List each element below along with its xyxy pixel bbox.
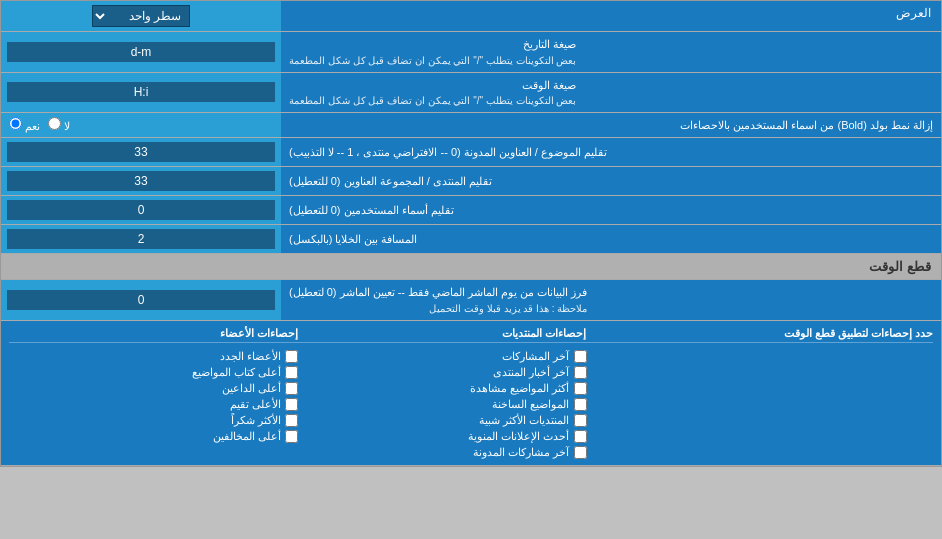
cell-spacing-input[interactable] [7, 229, 275, 249]
forum-order-input-area [1, 167, 281, 195]
checkbox-col-header-text: حدد إحصاءات لتطبيق قطع الوقت [587, 327, 934, 459]
username-trim-row: تقليم أسماء المستخدمين (0 للتعطيل) [1, 196, 941, 225]
bold-no-label: لا [48, 117, 70, 133]
date-format-row: صيغة التاريخ بعض التكوينات يتطلب "/" الت… [1, 32, 941, 73]
main-container: العرض سطر واحدمتعدد الأسطر صيغة التاريخ … [0, 0, 942, 467]
checkbox-member-5[interactable] [285, 414, 298, 427]
list-item: آخر مشاركات المدونة [298, 446, 587, 459]
cutoff-days-input-area [1, 280, 281, 320]
checkboxes-section: حدد إحصاءات لتطبيق قطع الوقت إحصاءات الم… [1, 321, 941, 466]
checkbox-forum-1[interactable] [574, 350, 587, 363]
bold-remove-row: إزالة نمط بولد (Bold) من اسماء المستخدمي… [1, 113, 941, 138]
list-item: أكثر المواضيع مشاهدة [298, 382, 587, 395]
checkbox-forum-5[interactable] [574, 414, 587, 427]
checkbox-member-2[interactable] [285, 366, 298, 379]
col2-header: إحصاءات المنتديات [298, 327, 587, 343]
date-format-input-area [1, 32, 281, 72]
checkboxes-grid: حدد إحصاءات لتطبيق قطع الوقت إحصاءات الم… [9, 327, 933, 459]
cell-spacing-input-area [1, 225, 281, 253]
date-format-label: صيغة التاريخ بعض التكوينات يتطلب "/" الت… [281, 32, 941, 72]
checkbox-member-4[interactable] [285, 398, 298, 411]
col3-header: إحصاءات الأعضاء [9, 327, 298, 343]
display-label: العرض [281, 1, 941, 31]
cell-spacing-row: المسافة بين الخلايا (بالبكسل) [1, 225, 941, 254]
checkboxes-main-header: حدد إحصاءات لتطبيق قطع الوقت [587, 327, 934, 343]
topic-order-row: تقليم الموضوع / العناوين المدونة (0 -- ا… [1, 138, 941, 167]
display-select[interactable]: سطر واحدمتعدد الأسطر [92, 5, 190, 27]
list-item: الأعلى تقيم [9, 398, 298, 411]
cell-spacing-label: المسافة بين الخلايا (بالبكسل) [281, 225, 941, 253]
display-input-area: سطر واحدمتعدد الأسطر [1, 1, 281, 31]
checkbox-member-6[interactable] [285, 430, 298, 443]
cutoff-days-input[interactable] [7, 290, 275, 310]
username-trim-input-area [1, 196, 281, 224]
list-item: آخر المشاركات [298, 350, 587, 363]
list-item: أحدث الإعلانات المنوية [298, 430, 587, 443]
checkbox-col-members: إحصاءات الأعضاء الأعضاء الجدد أعلى كتاب … [9, 327, 298, 459]
topic-order-input-area [1, 138, 281, 166]
cutoff-days-label: فرز البيانات من يوم الماشر الماضي فقط --… [281, 280, 941, 320]
forum-order-label: تقليم المنتدى / المجموعة العناوين (0 للت… [281, 167, 941, 195]
cutoff-days-row: فرز البيانات من يوم الماشر الماضي فقط --… [1, 280, 941, 321]
list-item: المنتديات الأكثر شبية [298, 414, 587, 427]
list-item: أعلى كتاب المواضيع [9, 366, 298, 379]
forum-order-input[interactable] [7, 171, 275, 191]
bold-remove-label: إزالة نمط بولد (Bold) من اسماء المستخدمي… [281, 115, 941, 136]
bold-yes-label: نعم [9, 117, 40, 133]
forum-order-row: تقليم المنتدى / المجموعة العناوين (0 للت… [1, 167, 941, 196]
checkbox-forum-4[interactable] [574, 398, 587, 411]
time-format-input[interactable] [7, 82, 275, 102]
list-item: الأكثر شكراً [9, 414, 298, 427]
list-item: آخر أخبار المنتدى [298, 366, 587, 379]
checkbox-forum-3[interactable] [574, 382, 587, 395]
bold-no-radio[interactable] [48, 117, 61, 130]
checkbox-forum-2[interactable] [574, 366, 587, 379]
time-format-label: صيغة الوقت بعض التكوينات يتطلب "/" التي … [281, 73, 941, 113]
username-trim-input[interactable] [7, 200, 275, 220]
bold-yes-radio[interactable] [9, 117, 22, 130]
time-format-input-area [1, 73, 281, 113]
topic-order-label: تقليم الموضوع / العناوين المدونة (0 -- ا… [281, 138, 941, 166]
checkbox-member-1[interactable] [285, 350, 298, 363]
list-item: الأعضاء الجدد [9, 350, 298, 363]
checkbox-forum-7[interactable] [574, 446, 587, 459]
username-trim-label: تقليم أسماء المستخدمين (0 للتعطيل) [281, 196, 941, 224]
bold-remove-inputs: لا نعم [1, 113, 281, 137]
cutoff-section-header: قطع الوقت [1, 254, 941, 280]
checkbox-member-3[interactable] [285, 382, 298, 395]
list-item: أعلى الداعين [9, 382, 298, 395]
checkbox-col-forums: إحصاءات المنتديات آخر المشاركات آخر أخبا… [298, 327, 587, 459]
list-item: أعلى المخالفين [9, 430, 298, 443]
checkbox-forum-6[interactable] [574, 430, 587, 443]
topic-order-input[interactable] [7, 142, 275, 162]
display-row: العرض سطر واحدمتعدد الأسطر [1, 1, 941, 32]
date-format-input[interactable] [7, 42, 275, 62]
time-format-row: صيغة الوقت بعض التكوينات يتطلب "/" التي … [1, 73, 941, 114]
list-item: المواضيع الساخنة [298, 398, 587, 411]
